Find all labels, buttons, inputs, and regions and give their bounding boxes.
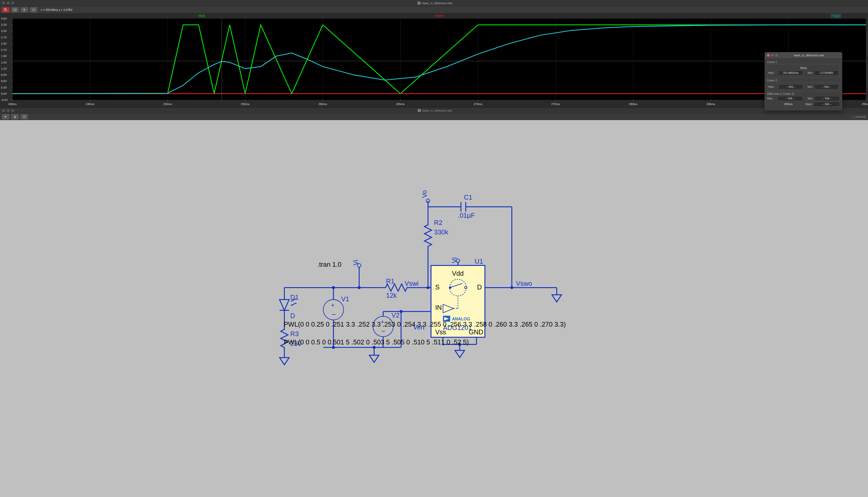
cursor-panel-title: basic_rc_debounce.raw [778, 54, 840, 57]
pan-tool-button[interactable] [21, 7, 28, 12]
waveform-toolbar: x = 293.99ms y = 2.478V [0, 6, 868, 13]
svg-point-33 [426, 286, 430, 289]
trace-label[interactable]: V(vo) [831, 14, 841, 18]
cursor-readout-panel[interactable]: basic_rc_debounce.raw Cursor 1: V(vo) Ho… [765, 52, 842, 110]
zoom-tool-button[interactable] [2, 7, 9, 12]
net-label-vo: Vo [421, 190, 428, 198]
hand-tool-button[interactable] [11, 114, 18, 119]
cursor2-label: Cursor 2: [767, 79, 840, 82]
window-title: basic_rc_debounce.asc [14, 109, 856, 112]
svg-rect-5 [32, 9, 33, 11]
svg-point-34 [510, 286, 513, 289]
svg-point-0 [4, 8, 6, 10]
pin-in: IN [435, 304, 442, 311]
svg-text:−: − [332, 310, 336, 318]
window-title: basic_rc_debounce.raw [14, 2, 856, 5]
cursor1-horz-value[interactable]: 253.48892ms [779, 70, 803, 75]
x-tick-label: 265ms [396, 102, 405, 105]
spice-directive-pwl2: PWL(0 0 0.5 0 0.501 5 .502 0 .503 5 .505… [284, 339, 468, 346]
slope-value: -- N/A -- [814, 102, 840, 106]
component-d1: D1 [290, 294, 299, 301]
cursor1-signal: V(vo) [768, 66, 839, 69]
diff-vert-value: -- N/A -- [814, 96, 840, 101]
cursor-panel-titlebar[interactable]: basic_rc_debounce.raw [765, 53, 842, 58]
svg-rect-7 [23, 115, 24, 118]
component-r3: R3 [290, 330, 299, 338]
trace-V(vi)[interactable] [12, 25, 866, 94]
cursor-vline[interactable] [222, 18, 222, 100]
close-icon[interactable] [2, 2, 5, 4]
component-r2-value: 330k [434, 228, 448, 236]
minimize-icon[interactable] [7, 2, 10, 4]
cursor1-label: Cursor 1: [767, 61, 840, 63]
component-r1: R1 [386, 278, 395, 285]
vert-label: Vert: [804, 97, 813, 100]
y-tick-label: 1.2V [1, 67, 7, 70]
svg-line-1 [6, 10, 7, 11]
cursor2-horz-value[interactable]: -- N/A -- [779, 84, 803, 89]
pin-s: S [435, 283, 440, 291]
trace-label[interactable]: V(vi) [199, 14, 205, 17]
component-c1: C1 [464, 194, 473, 201]
y-tick-label: 2.7V [1, 36, 7, 39]
svg-point-44 [332, 346, 335, 349]
net-label-vswi: Vswi [405, 280, 419, 287]
vert-label: Vert: [804, 85, 813, 88]
close-icon[interactable] [767, 54, 770, 57]
trace-label[interactable]: V(ven) [435, 14, 444, 17]
zoom-icon[interactable] [775, 54, 778, 57]
y-tick-label: 2.1V [1, 48, 7, 52]
schematic-toolbar: (normal) [0, 113, 868, 120]
waveform-plot[interactable]: basic_rc_debounce.raw Cursor 1: V(vo) Ho… [0, 13, 868, 108]
x-tick-label: 255ms [241, 102, 250, 105]
search-field[interactable]: (normal) [852, 115, 866, 119]
zoom-icon[interactable] [11, 109, 14, 112]
settings-button[interactable] [21, 114, 28, 119]
x-tick-label: 270ms [474, 102, 482, 105]
svg-rect-8 [25, 115, 26, 118]
x-tick-label: 260ms [319, 102, 327, 105]
x-tick-label: 245ms [86, 102, 94, 105]
diff-horz-value: -- N/A -- [777, 96, 803, 101]
component-c1-value: .01µF [458, 212, 475, 219]
svg-rect-6 [34, 9, 35, 11]
x-tick-label: 280ms [629, 102, 637, 105]
spice-directive-pwl1: PWL(0 0 0.25 0 .251 3.3 .252 3.3 .253 0 … [284, 321, 566, 328]
minimize-icon[interactable] [771, 54, 774, 57]
svg-point-20 [449, 286, 451, 289]
zoom-icon[interactable] [11, 2, 14, 4]
y-tick-label: 1.8V [1, 55, 7, 58]
schematic-canvas[interactable]: Vo C1 .01µF R2 330k U1 Vdd S D IN Vss GN [0, 120, 868, 497]
x-tick-label: 285ms [706, 102, 715, 105]
cursor2-vert-value[interactable]: -- N/A -- [814, 84, 839, 89]
horz-label: Horz: [768, 85, 777, 88]
x-tick-label: 250ms [163, 102, 172, 105]
zoom-window-button[interactable] [11, 7, 18, 12]
minimize-icon[interactable] [7, 109, 10, 112]
move-tool-button[interactable] [2, 114, 9, 119]
y-tick-label: 2.4V [1, 42, 7, 45]
y-tick-label: 3.0V [1, 29, 7, 32]
vert-label: Vert: [804, 72, 813, 74]
schematic-titlebar: basic_rc_debounce.asc [0, 108, 868, 113]
component-r2: R2 [434, 219, 443, 226]
horz-label: Horz: [768, 72, 777, 74]
component-d1-value: D [290, 312, 295, 320]
cursor1-vert-value[interactable]: 1.5728498V [814, 70, 839, 75]
x-tick-label: 295ms [862, 102, 868, 105]
component-v1: V1 [341, 295, 349, 302]
component-u1: U1 [475, 258, 484, 265]
x-tick-label: 275ms [551, 102, 560, 105]
cursor-coordinates: x = 293.99ms y = 2.478V [41, 8, 72, 11]
settings-button[interactable] [30, 7, 37, 12]
spice-directive-tran: .tran 1.0 [317, 261, 341, 268]
pin-d: D [477, 283, 482, 291]
y-tick-label: 0.3V [1, 86, 7, 89]
traffic-lights [2, 2, 14, 4]
svg-text:+: + [331, 302, 335, 309]
waveform-titlebar: basic_rc_debounce.raw [0, 0, 868, 6]
close-icon[interactable] [2, 109, 5, 112]
traffic-lights [2, 109, 14, 112]
net-label-vswo: Vswo [516, 280, 532, 287]
y-tick-label: 0.0V [1, 92, 7, 95]
